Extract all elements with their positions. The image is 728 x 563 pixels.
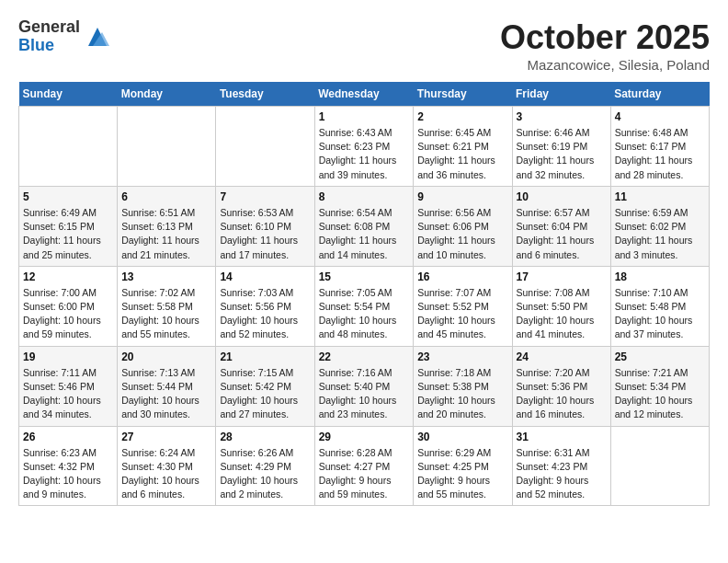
- day-info: Sunrise: 7:11 AM Sunset: 5:46 PM Dayligh…: [23, 366, 113, 422]
- day-info: Sunrise: 7:08 AM Sunset: 5:50 PM Dayligh…: [517, 286, 607, 342]
- day-number: 27: [121, 431, 211, 443]
- day-info: Sunrise: 6:43 AM Sunset: 6:23 PM Dayligh…: [319, 126, 410, 182]
- calendar-cell: 10Sunrise: 6:57 AM Sunset: 6:04 PM Dayli…: [512, 186, 610, 266]
- calendar-cell: 5Sunrise: 6:49 AM Sunset: 6:15 PM Daylig…: [19, 186, 118, 266]
- calendar-cell: 22Sunrise: 7:16 AM Sunset: 5:40 PM Dayli…: [314, 346, 414, 426]
- day-number: 1: [319, 110, 410, 123]
- calendar-cell: 15Sunrise: 7:05 AM Sunset: 5:54 PM Dayli…: [314, 266, 414, 346]
- day-number: 18: [615, 270, 705, 283]
- calendar-cell: 19Sunrise: 7:11 AM Sunset: 5:46 PM Dayli…: [19, 346, 118, 426]
- calendar-cell: 26Sunrise: 6:23 AM Sunset: 4:32 PM Dayli…: [19, 426, 118, 506]
- day-info: Sunrise: 7:00 AM Sunset: 6:00 PM Dayligh…: [23, 286, 113, 342]
- calendar-cell: [216, 107, 314, 187]
- day-info: Sunrise: 6:48 AM Sunset: 6:17 PM Dayligh…: [615, 126, 705, 182]
- calendar-cell: 6Sunrise: 6:51 AM Sunset: 6:13 PM Daylig…: [118, 186, 216, 266]
- day-info: Sunrise: 6:53 AM Sunset: 6:10 PM Dayligh…: [220, 206, 310, 262]
- day-info: Sunrise: 6:59 AM Sunset: 6:02 PM Dayligh…: [615, 206, 705, 262]
- calendar-cell: 18Sunrise: 7:10 AM Sunset: 5:48 PM Dayli…: [610, 266, 709, 346]
- calendar-cell: 16Sunrise: 7:07 AM Sunset: 5:52 PM Dayli…: [414, 266, 512, 346]
- calendar-cell: 13Sunrise: 7:02 AM Sunset: 5:58 PM Dayli…: [118, 266, 216, 346]
- day-info: Sunrise: 7:13 AM Sunset: 5:44 PM Dayligh…: [121, 366, 211, 422]
- day-number: 6: [121, 190, 211, 203]
- day-info: Sunrise: 6:46 AM Sunset: 6:19 PM Dayligh…: [517, 126, 607, 182]
- day-number: 25: [615, 350, 705, 363]
- calendar-cell: 1Sunrise: 6:43 AM Sunset: 6:23 PM Daylig…: [314, 107, 414, 187]
- calendar-cell: 11Sunrise: 6:59 AM Sunset: 6:02 PM Dayli…: [610, 186, 709, 266]
- logo: General Blue: [18, 18, 111, 55]
- calendar-week-row: 19Sunrise: 7:11 AM Sunset: 5:46 PM Dayli…: [19, 346, 710, 426]
- day-number: 15: [319, 270, 410, 283]
- calendar-week-row: 5Sunrise: 6:49 AM Sunset: 6:15 PM Daylig…: [19, 186, 710, 266]
- day-info: Sunrise: 7:16 AM Sunset: 5:40 PM Dayligh…: [319, 366, 410, 422]
- calendar-cell: [118, 107, 216, 187]
- day-number: 23: [417, 350, 507, 363]
- day-number: 26: [23, 431, 113, 443]
- day-header-wednesday: Wednesday: [314, 82, 414, 107]
- day-info: Sunrise: 6:31 AM Sunset: 4:23 PM Dayligh…: [517, 446, 607, 502]
- calendar-cell: 4Sunrise: 6:48 AM Sunset: 6:17 PM Daylig…: [610, 107, 709, 187]
- day-info: Sunrise: 6:49 AM Sunset: 6:15 PM Dayligh…: [23, 206, 113, 262]
- day-info: Sunrise: 6:23 AM Sunset: 4:32 PM Dayligh…: [23, 446, 113, 502]
- calendar-week-row: 26Sunrise: 6:23 AM Sunset: 4:32 PM Dayli…: [19, 426, 710, 506]
- day-number: 30: [417, 431, 507, 443]
- day-info: Sunrise: 7:10 AM Sunset: 5:48 PM Dayligh…: [615, 286, 705, 342]
- day-info: Sunrise: 6:54 AM Sunset: 6:08 PM Dayligh…: [319, 206, 410, 262]
- location-subtitle: Mazancowice, Silesia, Poland: [500, 57, 710, 73]
- day-number: 29: [319, 431, 410, 443]
- day-info: Sunrise: 7:07 AM Sunset: 5:52 PM Dayligh…: [417, 286, 507, 342]
- calendar-cell: [610, 426, 709, 506]
- day-number: 8: [319, 190, 410, 203]
- day-info: Sunrise: 7:21 AM Sunset: 5:34 PM Dayligh…: [615, 366, 705, 422]
- calendar-cell: 23Sunrise: 7:18 AM Sunset: 5:38 PM Dayli…: [414, 346, 512, 426]
- day-info: Sunrise: 7:05 AM Sunset: 5:54 PM Dayligh…: [319, 286, 410, 342]
- day-info: Sunrise: 7:18 AM Sunset: 5:38 PM Dayligh…: [417, 366, 507, 422]
- logo-icon: [84, 23, 111, 51]
- calendar-cell: 9Sunrise: 6:56 AM Sunset: 6:06 PM Daylig…: [414, 186, 512, 266]
- calendar-header-row: SundayMondayTuesdayWednesdayThursdayFrid…: [19, 82, 710, 107]
- title-block: October 2025 Mazancowice, Silesia, Polan…: [500, 18, 710, 73]
- day-info: Sunrise: 6:56 AM Sunset: 6:06 PM Dayligh…: [417, 206, 507, 262]
- calendar-cell: 21Sunrise: 7:15 AM Sunset: 5:42 PM Dayli…: [216, 346, 314, 426]
- day-number: 7: [220, 190, 310, 203]
- calendar-cell: 2Sunrise: 6:45 AM Sunset: 6:21 PM Daylig…: [414, 107, 512, 187]
- day-info: Sunrise: 7:20 AM Sunset: 5:36 PM Dayligh…: [517, 366, 607, 422]
- month-title: October 2025: [500, 18, 710, 57]
- day-number: 21: [220, 350, 310, 363]
- day-info: Sunrise: 6:28 AM Sunset: 4:27 PM Dayligh…: [319, 446, 410, 502]
- day-number: 17: [517, 270, 607, 283]
- day-number: 2: [417, 110, 507, 123]
- day-header-thursday: Thursday: [414, 82, 512, 107]
- day-info: Sunrise: 6:24 AM Sunset: 4:30 PM Dayligh…: [121, 446, 211, 502]
- logo-blue: Blue: [18, 37, 80, 55]
- day-number: 5: [23, 190, 113, 203]
- day-info: Sunrise: 7:02 AM Sunset: 5:58 PM Dayligh…: [121, 286, 211, 342]
- calendar-cell: 28Sunrise: 6:26 AM Sunset: 4:29 PM Dayli…: [216, 426, 314, 506]
- day-number: 31: [517, 431, 607, 443]
- calendar-cell: 30Sunrise: 6:29 AM Sunset: 4:25 PM Dayli…: [414, 426, 512, 506]
- day-info: Sunrise: 6:26 AM Sunset: 4:29 PM Dayligh…: [220, 446, 310, 502]
- calendar-cell: 20Sunrise: 7:13 AM Sunset: 5:44 PM Dayli…: [118, 346, 216, 426]
- day-number: 28: [220, 431, 310, 443]
- day-header-saturday: Saturday: [610, 82, 709, 107]
- calendar-cell: 17Sunrise: 7:08 AM Sunset: 5:50 PM Dayli…: [512, 266, 610, 346]
- day-info: Sunrise: 7:03 AM Sunset: 5:56 PM Dayligh…: [220, 286, 310, 342]
- calendar-cell: 31Sunrise: 6:31 AM Sunset: 4:23 PM Dayli…: [512, 426, 610, 506]
- day-number: 3: [517, 110, 607, 123]
- day-header-monday: Monday: [118, 82, 216, 107]
- calendar-table: SundayMondayTuesdayWednesdayThursdayFrid…: [18, 82, 710, 506]
- day-info: Sunrise: 7:15 AM Sunset: 5:42 PM Dayligh…: [220, 366, 310, 422]
- page-header: General Blue October 2025 Mazancowice, S…: [18, 18, 710, 73]
- day-number: 22: [319, 350, 410, 363]
- calendar-cell: 25Sunrise: 7:21 AM Sunset: 5:34 PM Dayli…: [610, 346, 709, 426]
- day-number: 19: [23, 350, 113, 363]
- day-number: 10: [517, 190, 607, 203]
- day-header-tuesday: Tuesday: [216, 82, 314, 107]
- day-info: Sunrise: 6:57 AM Sunset: 6:04 PM Dayligh…: [517, 206, 607, 262]
- calendar-cell: 7Sunrise: 6:53 AM Sunset: 6:10 PM Daylig…: [216, 186, 314, 266]
- day-info: Sunrise: 6:45 AM Sunset: 6:21 PM Dayligh…: [417, 126, 507, 182]
- calendar-cell: 24Sunrise: 7:20 AM Sunset: 5:36 PM Dayli…: [512, 346, 610, 426]
- day-info: Sunrise: 6:29 AM Sunset: 4:25 PM Dayligh…: [417, 446, 507, 502]
- day-number: 12: [23, 270, 113, 283]
- day-number: 9: [417, 190, 507, 203]
- calendar-cell: 3Sunrise: 6:46 AM Sunset: 6:19 PM Daylig…: [512, 107, 610, 187]
